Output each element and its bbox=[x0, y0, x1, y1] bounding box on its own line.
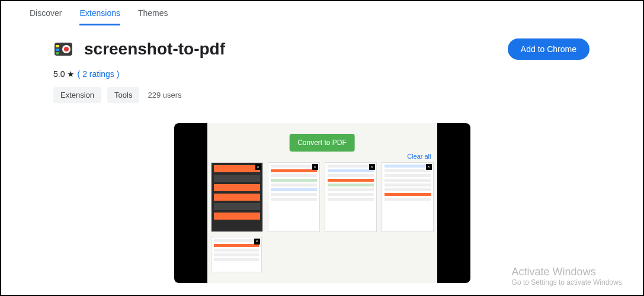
chip-extension[interactable]: Extension bbox=[53, 87, 101, 103]
close-icon: × bbox=[254, 239, 260, 244]
tab-themes[interactable]: Themes bbox=[138, 8, 168, 25]
extension-header: screenshot-to-pdf Add to Chrome bbox=[1, 25, 643, 60]
close-icon: × bbox=[255, 164, 261, 170]
watermark-title: Activate Windows bbox=[512, 266, 624, 278]
svg-point-2 bbox=[64, 47, 69, 52]
add-to-chrome-button[interactable]: Add to Chrome bbox=[508, 38, 589, 60]
ratings-link[interactable]: 2 ratings bbox=[82, 69, 114, 79]
thumbnail: × bbox=[211, 162, 263, 232]
watermark-subtitle: Go to Settings to activate Windows. bbox=[512, 278, 624, 287]
close-icon: × bbox=[369, 164, 375, 170]
windows-watermark: Activate Windows Go to Settings to activ… bbox=[512, 266, 624, 287]
meta-chips: Extension Tools 229 users bbox=[1, 79, 643, 103]
rating-section: 5.0 ★ (2 ratings) bbox=[1, 60, 643, 79]
svg-rect-3 bbox=[56, 45, 59, 47]
convert-to-pdf-button: Convert to PDF bbox=[289, 134, 355, 152]
thumbnail: × bbox=[211, 237, 262, 272]
tab-extensions[interactable]: Extensions bbox=[79, 8, 120, 25]
close-icon: × bbox=[312, 164, 318, 170]
screenshot-thumbnails: × × × × bbox=[211, 162, 434, 232]
clear-all-link: Clear all bbox=[407, 153, 431, 160]
svg-rect-5 bbox=[56, 52, 59, 54]
chip-tools[interactable]: Tools bbox=[107, 87, 139, 103]
screenshot-carousel[interactable]: Convert to PDF Clear all × × × × × bbox=[174, 123, 470, 283]
extension-title: screenshot-to-pdf bbox=[84, 40, 225, 59]
paren-open: ( bbox=[77, 69, 80, 79]
screenshot-image: Convert to PDF Clear all × × × × × bbox=[207, 123, 437, 283]
title-wrap: screenshot-to-pdf bbox=[53, 39, 225, 59]
paren-close: ) bbox=[117, 69, 120, 79]
nav-tabs: Discover Extensions Themes bbox=[1, 1, 643, 25]
thumbnail: × bbox=[382, 162, 434, 232]
users-count: 229 users bbox=[148, 91, 181, 99]
extension-logo-icon bbox=[53, 39, 73, 59]
star-icon: ★ bbox=[67, 69, 75, 79]
thumbnail: × bbox=[325, 162, 377, 232]
close-icon: × bbox=[426, 164, 432, 170]
thumbnail: × bbox=[268, 162, 320, 232]
rating-value: 5.0 bbox=[53, 69, 65, 79]
svg-rect-4 bbox=[56, 49, 59, 51]
tab-discover[interactable]: Discover bbox=[30, 8, 62, 25]
